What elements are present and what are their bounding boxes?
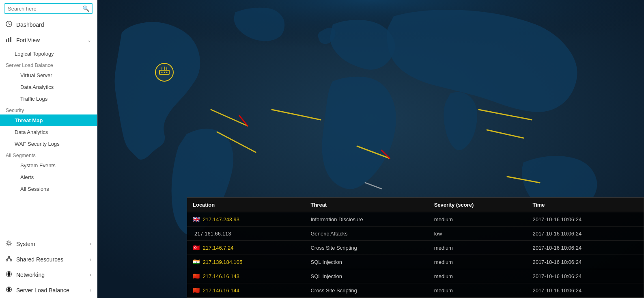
sidebar: Search here 🔍 Dashboard FortiView ⌄ Logi… [0,0,97,298]
sidebar-item-fortiview[interactable]: FortiView ⌄ [0,32,97,48]
shared-resources-label: Shared Resources [16,256,63,263]
table-row: 🇨🇳 217.146.16.144 Cross Site Scripting m… [187,283,644,298]
cell-threat: Information Disclosure [305,212,428,227]
cell-ip: 217.146.16.144 [203,287,239,294]
server-load-balance-bottom-arrow-icon: › [90,287,91,293]
threat-table-overlay: Location Threat Severity (score) Time 🇬🇧… [187,197,644,298]
fortiview-icon [6,36,12,44]
cell-time: 2017-10-16 10:06:24 [527,255,644,269]
threat-map-label: Threat Map [15,117,43,123]
table-row: 217.161.66.113 Generic Attacks low 2017-… [187,227,644,241]
table-row: 🇨🇳 217.146.16.143 SQL Injection medium 2… [187,269,644,283]
cell-ip: 217.146.16.143 [203,273,239,279]
flag-icon: 🇬🇧 [193,216,200,222]
sidebar-item-waf-security-logs[interactable]: WAF Security Logs [0,138,97,150]
dashboard-label: Dashboard [16,22,44,28]
fortiview-arrow-icon: ⌄ [87,37,91,43]
sidebar-item-all-sessions[interactable]: All Sessions [0,183,97,195]
threat-table: Location Threat Severity (score) Time 🇬🇧… [187,198,644,298]
sidebar-item-data-analytics-2[interactable]: Data Analytics [0,126,97,138]
cell-location: 🇬🇧 217.147.243.93 [187,212,305,227]
table-row: 🇬🇧 217.147.243.93 Information Disclosure… [187,212,644,227]
sidebar-item-virtual-server[interactable]: Virtual Server [0,69,97,81]
logical-topology-label: Logical Topology [15,51,54,57]
cell-location: 217.161.66.113 [187,227,305,241]
shared-resources-arrow-icon: › [90,257,91,262]
data-analytics-2-label: Data Analytics [15,129,48,135]
cell-severity: low [429,227,527,241]
search-icon: 🔍 [82,5,89,12]
sidebar-item-logical-topology[interactable]: Logical Topology [0,48,97,60]
cell-location: 🇹🇷 217.146.7.24 [187,241,305,255]
flag-icon: 🇹🇷 [193,244,200,251]
flag-icon: 🇨🇳 [193,287,200,294]
cell-threat: Cross Site Scripting [305,283,428,298]
waf-security-logs-label: WAF Security Logs [15,141,60,147]
cell-time: 2017-10-16 10:06:24 [527,212,644,227]
cell-threat: Cross Site Scripting [305,241,428,255]
table-row: 🇹🇷 217.146.7.24 Cross Site Scripting med… [187,241,644,255]
col-threat: Threat [305,198,428,212]
flag-icon: 🇮🇳 [193,259,200,265]
cell-location: 🇮🇳 217.139.184.105 [187,255,305,269]
sidebar-section-security: Security [0,105,97,114]
threat-table-body: 🇬🇧 217.147.243.93 Information Disclosure… [187,212,644,298]
cell-ip: 217.161.66.113 [194,231,231,237]
col-location: Location [187,198,305,212]
networking-label: Networking [16,272,45,278]
cell-time: 2017-10-16 10:06:24 [527,227,644,241]
cell-time: 2017-10-16 10:06:24 [527,241,644,255]
cell-location: 🇨🇳 217.146.16.143 [187,269,305,283]
col-time: Time [527,198,644,212]
svg-point-17 [164,72,165,73]
networking-icon [6,271,12,279]
sidebar-item-dashboard[interactable]: Dashboard [0,17,97,32]
fortiview-label: FortiView [16,37,40,43]
sidebar-item-server-load-balance-bottom[interactable]: Server Load Balance › [0,283,97,298]
server-load-balance-bottom-label: Server Load Balance [16,287,69,294]
sidebar-item-system[interactable]: System › [0,236,97,252]
sidebar-item-data-analytics-1[interactable]: Data Analytics [0,81,97,93]
system-label: System [16,241,35,247]
cell-location: 🇨🇳 217.146.16.144 [187,283,305,298]
traffic-logs-label: Traffic Logs [20,96,47,102]
cell-severity: medium [429,241,527,255]
cell-severity: medium [429,283,527,298]
svg-rect-1 [6,39,7,42]
sidebar-item-traffic-logs[interactable]: Traffic Logs [0,93,97,105]
sidebar-item-threat-map[interactable]: Threat Map [0,114,97,126]
svg-point-16 [162,72,163,73]
search-box[interactable]: Search here 🔍 [4,3,93,14]
sidebar-item-system-events[interactable]: System Events [0,160,97,171]
search-input[interactable]: Search here [8,6,82,12]
all-sessions-label: All Sessions [20,186,49,192]
system-arrow-icon: › [90,241,91,247]
cell-ip: 217.147.243.93 [203,216,239,222]
shared-resources-icon [6,255,12,263]
server-load-balance-icon [6,286,12,294]
flag-icon: 🇨🇳 [193,273,200,279]
dashboard-icon [6,21,12,29]
cell-severity: medium [429,269,527,283]
cell-ip: 217.139.184.105 [203,259,243,265]
virtual-server-label: Virtual Server [20,72,52,78]
svg-rect-2 [8,38,9,42]
sidebar-item-networking[interactable]: Networking › [0,267,97,283]
threat-table-header-row: Location Threat Severity (score) Time [187,198,644,212]
cell-ip: 217.146.7.24 [203,245,234,251]
system-icon [6,240,12,248]
cell-severity: medium [429,212,527,227]
data-analytics-1-label: Data Analytics [20,84,54,90]
cell-time: 2017-10-16 10:06:24 [527,269,644,283]
cell-time: 2017-10-16 10:06:24 [527,283,644,298]
svg-point-18 [166,72,168,73]
networking-arrow-icon: › [90,272,91,278]
alerts-label: Alerts [20,174,34,180]
sidebar-item-shared-resources[interactable]: Shared Resources › [0,252,97,267]
main-content: Location Threat Severity (score) Time 🇬🇧… [97,0,644,298]
table-row: 🇮🇳 217.139.184.105 SQL Injection medium … [187,255,644,269]
cell-threat: SQL Injection [305,255,428,269]
sidebar-item-alerts[interactable]: Alerts [0,171,97,183]
sidebar-section-server-load-balance: Server Load Balance [0,60,97,69]
sidebar-section-all-segments: All Segments [0,150,97,160]
